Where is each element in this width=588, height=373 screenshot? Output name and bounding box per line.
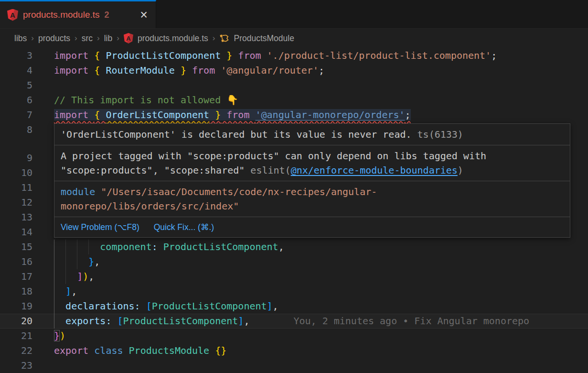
code-editor[interactable]: 3import { ProductListComponent } from '.… [0,48,588,373]
code-line-23[interactable]: 23 [0,358,588,373]
line-content: export class ProductsModule {} [54,343,588,358]
line-number[interactable]: 16 [0,254,32,269]
code-line-6[interactable]: 6// This import is not allowed 👇 [0,93,588,108]
indent-guide [54,254,54,269]
code-line-17[interactable]: 17 ]), [0,269,588,284]
line-content: ], [54,284,588,299]
line-content: ]), [54,269,588,284]
hover-actions: View Problem (⌥F8) Quick Fix... (⌘.) [54,217,570,237]
line-content: import { RouterModule } from '@angular/r… [54,63,588,78]
indent-guide [54,284,54,299]
chevron-right-icon: › [97,33,100,43]
breadcrumb-item-products[interactable]: products [38,33,70,44]
indent-guide [88,240,89,254]
line-number[interactable]: 19 [0,299,32,314]
chevron-right-icon: › [75,33,77,43]
eslint-rule-link[interactable]: @nx/enforce-module-boundaries [291,165,458,176]
line-number[interactable]: 15 [0,240,32,254]
view-problem-link[interactable]: View Problem (⌥F8) [61,220,139,234]
line-content: component: ProductListComponent, [54,240,588,254]
git-blame-annotation: You, 2 minutes ago • Fix Angular monorep… [293,315,529,327]
line-number[interactable]: 18 [0,284,32,299]
ts-error-code: ts(6133) [417,129,463,140]
line-content: import { OrderListComponent } from '@ang… [54,108,588,122]
chevron-right-icon: › [213,33,215,43]
breadcrumb-item-file[interactable]: products.module.ts [138,33,208,44]
code-line-5[interactable]: 5 [0,78,588,93]
chevron-right-icon: › [31,33,34,43]
quick-fix-link[interactable]: Quick Fix... (⌘.) [154,220,214,234]
line-content: declarations: [ProductListComponent], [54,299,588,314]
indent-guide [77,254,77,269]
breadcrumb-item-libs[interactable]: libs [14,33,27,44]
indent-guide [77,240,77,254]
code-line-22[interactable]: 22export class ProductsModule {} [0,343,588,358]
code-line-3[interactable]: 3import { ProductListComponent } from '.… [0,48,588,63]
line-number[interactable]: 17 [0,269,32,284]
indent-guide [54,269,54,284]
indent-guide [54,240,54,254]
line-content: }) [54,329,588,343]
highlighted-range: import { OrderListComponent } from '@ang… [54,109,411,121]
line-number[interactable]: 8 [0,122,32,137]
tab-label: products.module.ts [23,10,100,20]
chevron-right-icon: › [117,33,119,43]
line-number[interactable]: 9 [0,151,32,165]
code-line-15[interactable]: 15 component: ProductListComponent, [0,240,588,254]
line-number[interactable]: 14 [0,225,32,240]
line-number[interactable]: 21 [0,329,32,343]
code-line-18[interactable]: 18 ], [0,284,588,299]
line-number[interactable]: 10 [0,165,32,180]
line-content: }, [54,254,588,269]
tab-products-module[interactable]: A products.module.ts 2 × [0,0,156,28]
breadcrumb-item-lib[interactable]: lib [104,33,113,44]
breadcrumb-item-symbol[interactable]: ProductsModule [234,33,294,44]
line-number[interactable]: 4 [0,63,32,78]
line-number[interactable]: 23 [0,358,32,373]
line-number[interactable]: 5 [0,78,32,93]
hover-module-path: module "/Users/isaac/Documents/code/nx-r… [54,181,570,217]
hover-popup: 'OrderListComponent' is declared but its… [54,123,570,238]
indent-guide [65,240,66,254]
line-number[interactable]: 20 [0,314,32,329]
tab-bar: A products.module.ts 2 × [0,0,588,29]
line-number[interactable]: 22 [0,343,32,358]
indent-guide [65,269,66,284]
tab-badge: 2 [105,10,109,20]
line-content [54,358,588,373]
line-number[interactable]: 11 [0,180,32,195]
code-line-4[interactable]: 4import { RouterModule } from '@angular/… [0,63,588,78]
code-line-7[interactable]: 7import { OrderListComponent } from '@an… [0,108,588,122]
module-specifier-link[interactable]: '@angular-monorepo/orders' [255,109,405,121]
code-line-20[interactable]: 20 exports: [ProductListComponent],You, … [0,314,588,329]
code-line-16[interactable]: 16 }, [0,254,588,269]
indent-guide [65,254,66,269]
line-number[interactable]: 13 [0,210,32,225]
code-line-19[interactable]: 19 declarations: [ProductListComponent], [0,299,588,314]
line-number[interactable]: 3 [0,48,32,63]
line-content: exports: [ProductListComponent],You, 2 m… [54,314,588,329]
breadcrumb: libs › products › src › lib › A products… [0,29,588,48]
breadcrumb-item-src[interactable]: src [82,33,93,44]
line-content: // This import is not allowed 👇 [54,93,588,108]
close-icon[interactable]: × [139,10,149,20]
angular-icon: A [124,33,133,44]
hover-ts-message: 'OrderListComponent' is declared but its… [54,124,570,145]
hover-eslint-message: A project tagged with "scope:products" c… [54,145,570,181]
line-content: import { ProductListComponent } from './… [54,48,588,63]
line-number[interactable]: 7 [0,108,32,122]
code-line-21[interactable]: 21}) [0,329,588,343]
class-symbol-icon [219,33,229,44]
line-number[interactable]: 6 [0,93,32,108]
indent-guide [54,299,54,314]
line-content [54,78,588,93]
angular-icon: A [7,9,18,21]
line-number[interactable]: 12 [0,195,32,210]
indent-guide [54,314,54,329]
